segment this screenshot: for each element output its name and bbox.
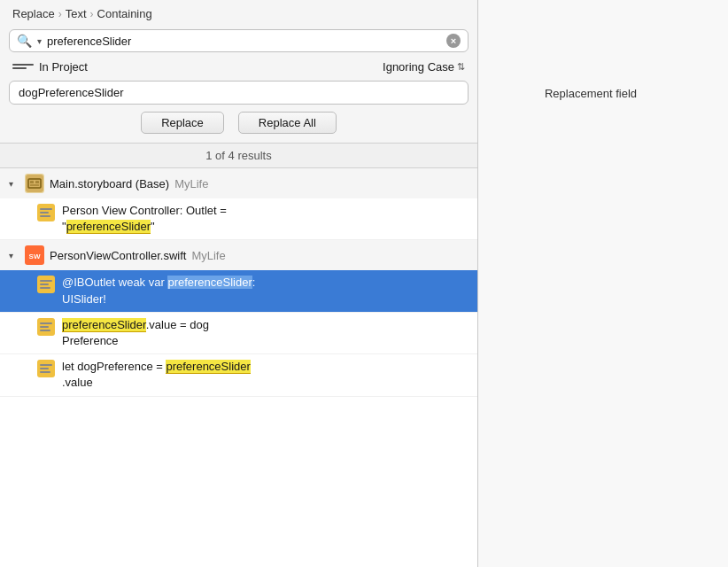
case-sensitivity-button[interactable]: Ignoring Case ⇅ — [383, 60, 465, 74]
result-icon-lines — [37, 277, 55, 291]
file-group-storyboard: ▾ Main.storyboard (Base) MyLife — [0, 168, 477, 240]
breadcrumb-sep-2: › — [90, 8, 94, 20]
results-count: 1 of 4 results — [0, 143, 477, 168]
result-icon-lines — [37, 320, 55, 334]
result-text: preferenceSlider.value = dog Preference — [62, 317, 469, 349]
storyboard-file-project: MyLife — [174, 177, 208, 190]
search-match-highlight: preferenceSlider — [62, 318, 146, 332]
breadcrumb-replace[interactable]: Replace — [12, 7, 55, 20]
file-header-swift[interactable]: ▾ SW PersonViewController.swift MyLife — [0, 240, 477, 270]
replacement-input[interactable] — [9, 81, 469, 105]
result-item[interactable]: @IBOutlet weak var preferenceSlider: UIS… — [0, 270, 477, 312]
results-list: ▾ Main.storyboard (Base) MyLife — [0, 168, 477, 567]
search-match-highlight: preferenceSlider — [167, 276, 252, 289]
replacement-row: Replacement field — [9, 81, 469, 105]
result-text: let dogPreference = preferenceSlider .va… — [62, 359, 469, 391]
file-header-storyboard[interactable]: ▾ Main.storyboard (Base) MyLife — [0, 168, 477, 198]
result-icon — [37, 318, 55, 336]
result-icon — [37, 360, 55, 377]
svg-rect-3 — [35, 181, 39, 183]
replace-button[interactable]: Replace — [141, 112, 224, 134]
breadcrumb-sep-1: › — [58, 8, 62, 20]
search-input[interactable] — [47, 35, 441, 48]
scope-label: In Project — [39, 60, 88, 74]
result-icon — [37, 276, 55, 293]
search-match-highlight: preferenceSlider — [66, 220, 151, 234]
case-arrows-icon: ⇅ — [457, 62, 465, 72]
result-icon-lines — [37, 361, 55, 376]
right-panel — [478, 0, 728, 567]
svg-rect-2 — [30, 181, 34, 183]
breadcrumb: Replace › Text › Containing — [0, 0, 477, 26]
search-clear-button[interactable]: × — [446, 34, 461, 48]
chevron-icon: ▾ — [9, 251, 19, 260]
action-row: Replace Replace All — [0, 112, 477, 143]
breadcrumb-text[interactable]: Text — [66, 7, 87, 20]
scope-icon — [12, 59, 34, 74]
result-item[interactable]: let dogPreference = preferenceSlider .va… — [0, 354, 477, 396]
result-item[interactable]: preferenceSlider.value = dog Preference — [0, 313, 477, 354]
case-label: Ignoring Case — [383, 60, 454, 74]
result-icon — [37, 204, 55, 221]
swift-file-icon: SW — [25, 245, 44, 265]
search-match-highlight: preferenceSlider — [166, 360, 250, 374]
storyboard-file-icon — [25, 174, 44, 193]
find-replace-panel: Replace › Text › Containing 🔍 ▾ × In Pro… — [0, 0, 478, 567]
search-bar: 🔍 ▾ × — [9, 29, 469, 52]
breadcrumb-containing[interactable]: Containing — [97, 7, 152, 20]
scope-button[interactable]: In Project — [12, 59, 88, 74]
options-row: In Project Ignoring Case ⇅ — [0, 58, 477, 79]
search-dropdown-icon[interactable]: ▾ — [37, 36, 42, 46]
svg-text:SW: SW — [29, 252, 41, 260]
swift-file-name: PersonViewController.swift — [50, 249, 186, 262]
replace-all-button[interactable]: Replace All — [238, 112, 337, 134]
replacement-field-label: Replacement field — [545, 86, 637, 99]
swift-file-project: MyLife — [191, 249, 225, 262]
chevron-icon: ▾ — [9, 179, 19, 189]
storyboard-file-name: Main.storyboard (Base) — [50, 177, 169, 190]
search-icon: 🔍 — [17, 34, 32, 48]
result-item[interactable]: Person View Controller: Outlet = "prefer… — [0, 198, 477, 240]
result-icon-lines — [37, 206, 55, 220]
file-group-swift: ▾ SW PersonViewController.swift MyLife — [0, 240, 477, 396]
result-text: Person View Controller: Outlet = "prefer… — [62, 203, 469, 235]
result-text-selected: @IBOutlet weak var preferenceSlider: UIS… — [62, 275, 469, 307]
svg-rect-4 — [30, 184, 39, 186]
